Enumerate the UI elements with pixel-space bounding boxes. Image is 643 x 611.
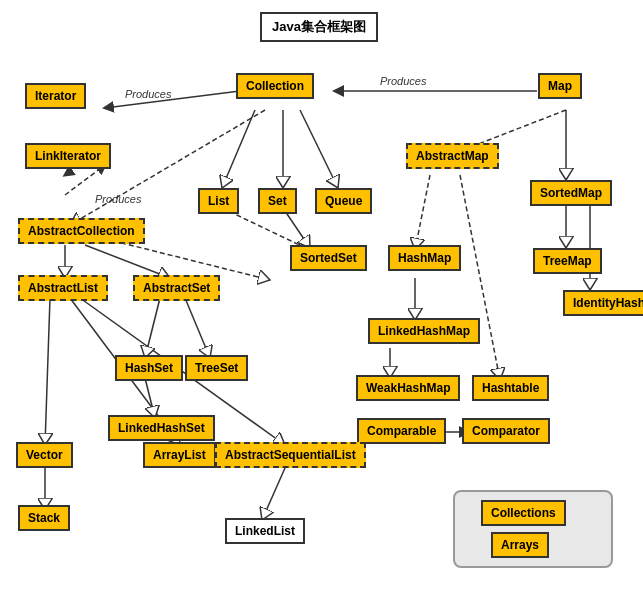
title: Java集合框架图	[260, 12, 378, 42]
node-comparable: Comparable	[357, 418, 446, 444]
svg-line-20	[45, 298, 50, 445]
node-set: Set	[258, 188, 297, 214]
node-weakhashmap: WeakHashMap	[356, 375, 460, 401]
node-iterator: Iterator	[25, 83, 86, 109]
legend-collections: Collections	[481, 500, 566, 526]
svg-line-23	[145, 298, 160, 358]
node-collection: Collection	[236, 73, 314, 99]
node-sortedset: SortedSet	[290, 245, 367, 271]
node-sortedmap: SortedMap	[530, 180, 612, 206]
svg-line-26	[222, 208, 310, 250]
title-text: Java集合框架图	[272, 19, 366, 34]
node-abstractmap: AbstractMap	[406, 143, 499, 169]
node-comparator: Comparator	[462, 418, 550, 444]
node-map: Map	[538, 73, 582, 99]
label-produces-3: Produces	[95, 193, 141, 205]
svg-line-27	[283, 208, 310, 248]
legend-arrays: Arrays	[491, 532, 549, 558]
node-hashset: HashSet	[115, 355, 183, 381]
node-abstractset: AbstractSet	[133, 275, 220, 301]
node-identityhashmap: IdentityHashMap	[563, 290, 643, 316]
node-linkedlist: LinkedList	[225, 518, 305, 544]
svg-line-18	[85, 245, 170, 278]
svg-line-19	[65, 165, 105, 195]
node-linkedhashset: LinkedHashSet	[108, 415, 215, 441]
legend-box: Collections Arrays	[453, 490, 613, 568]
node-abstractsequentiallist: AbstractSequentialList	[215, 442, 366, 468]
node-arraylist: ArrayList	[143, 442, 216, 468]
node-vector: Vector	[16, 442, 73, 468]
node-treemap: TreeMap	[533, 248, 602, 274]
node-hashmap: HashMap	[388, 245, 461, 271]
node-stack: Stack	[18, 505, 70, 531]
node-linkiterator: LinkIterator	[25, 143, 111, 169]
node-abstractlist: AbstractList	[18, 275, 108, 301]
svg-line-25	[145, 378, 155, 418]
node-abstractcollection: AbstractCollection	[18, 218, 145, 244]
svg-line-24	[185, 298, 210, 358]
node-queue: Queue	[315, 188, 372, 214]
node-linkedhashmap: LinkedHashMap	[368, 318, 480, 344]
node-treeset: TreeSet	[185, 355, 248, 381]
svg-line-7	[300, 110, 338, 188]
svg-line-14	[460, 175, 500, 380]
svg-line-10	[415, 175, 430, 250]
svg-line-5	[222, 110, 255, 188]
node-list: List	[198, 188, 239, 214]
label-produces-1: Produces	[125, 88, 171, 100]
svg-line-29	[262, 468, 285, 520]
label-produces-2: Produces	[380, 75, 426, 87]
node-hashtable: Hashtable	[472, 375, 549, 401]
